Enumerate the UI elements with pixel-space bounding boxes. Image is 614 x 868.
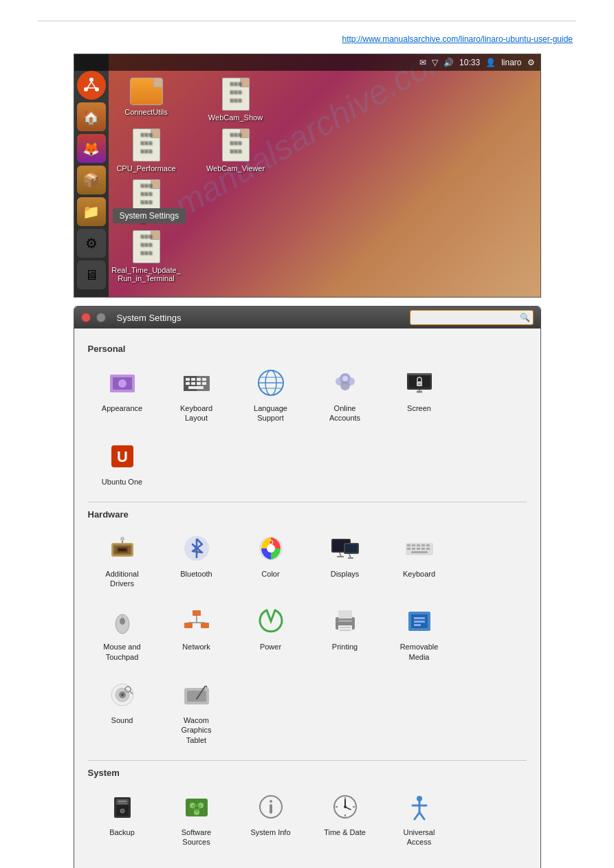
- settings-item-keyboard-layout[interactable]: KeyboardLayout: [162, 361, 231, 429]
- settings-item-displays[interactable]: Displays: [311, 526, 380, 594]
- username-display: linaro: [501, 58, 521, 67]
- settings-item-appearance[interactable]: Appearance: [88, 361, 157, 429]
- section-divider-system: [88, 760, 527, 761]
- settings-item-ubuntu-one[interactable]: U Ubuntu One: [88, 434, 157, 492]
- file-icon: ≡≡≡≡≡≡≡≡≡: [133, 230, 160, 263]
- manual-link[interactable]: http://www.manualsarchive.com/linaro/lin…: [342, 34, 573, 44]
- settings-item-software-sources[interactable]: SoftwareSources: [162, 785, 231, 853]
- svg-rect-66: [421, 548, 425, 550]
- minimize-button[interactable]: [96, 313, 106, 322]
- svg-point-43: [120, 537, 124, 541]
- settings-item-sound[interactable]: Sound: [88, 673, 157, 750]
- clock-display: 10:33: [459, 58, 480, 67]
- file-icon: ≡≡≡≡≡≡≡≡≡: [222, 129, 250, 162]
- settings-window: System Settings 🔍 Personal: [74, 306, 541, 868]
- settings-item-keyboard[interactable]: Keyboard: [385, 526, 454, 594]
- user-icon: 👤: [485, 58, 496, 67]
- svg-rect-16: [197, 382, 201, 385]
- keyboard-layout-icon: [180, 366, 213, 399]
- settings-item-universal-access[interactable]: UniversalAccess: [385, 785, 454, 853]
- settings-item-online-accounts[interactable]: OnlineAccounts: [311, 361, 380, 429]
- settings-item-network[interactable]: Network: [162, 599, 231, 667]
- svg-rect-64: [412, 548, 415, 550]
- file-icon: ≡≡≡≡≡≡≡≡≡: [133, 129, 160, 162]
- settings-item-language-support[interactable]: LanguageSupport: [237, 361, 305, 429]
- color-icon: [254, 532, 287, 565]
- svg-rect-82: [340, 627, 351, 628]
- close-button[interactable]: [81, 313, 91, 322]
- ubuntu-logo-icon[interactable]: [77, 71, 106, 100]
- volume-icon: 🔊: [443, 58, 454, 67]
- system-info-label: System Info: [250, 827, 290, 837]
- svg-rect-54: [345, 544, 358, 553]
- desktop-row-4: ≡≡≡≡≡≡≡≡≡ Real_Time_Update_Run_in_Termin…: [119, 230, 263, 282]
- file-icon: ≡≡≡≡≡≡≡≡≡: [222, 78, 250, 111]
- settings-item-wacom[interactable]: WacomGraphicsTablet: [162, 673, 231, 750]
- settings-item-backup[interactable]: Backup: [88, 785, 157, 853]
- svg-rect-31: [407, 373, 432, 375]
- language-support-label: LanguageSupport: [254, 403, 287, 423]
- section-label-hardware: Hardware: [88, 509, 527, 520]
- settings-item-removable-media[interactable]: RemovableMedia: [385, 599, 454, 667]
- svg-line-128: [419, 812, 424, 819]
- desktop-icon-webcamviewer[interactable]: ≡≡≡≡≡≡≡≡≡ WebCam_Viewer: [208, 129, 263, 173]
- settings-item-color[interactable]: Color: [237, 526, 305, 594]
- settings-item-system-info[interactable]: System Info: [237, 785, 305, 853]
- desktop-sidebar: 🏠 🦊 📦 📁 ⚙ System Settings 🖥: [74, 54, 109, 297]
- svg-rect-96: [187, 691, 206, 702]
- personal-grid: Appearance: [88, 361, 527, 492]
- search-input[interactable]: [410, 310, 534, 325]
- svg-text:U: U: [117, 448, 128, 465]
- settings-item-time-date[interactable]: Time & Date: [311, 785, 380, 853]
- sidebar-firefox-icon[interactable]: 🦊: [77, 134, 106, 163]
- software-sources-icon: [180, 790, 213, 823]
- settings-item-bluetooth[interactable]: Bluetooth: [162, 526, 231, 594]
- universal-access-label: UniversalAccess: [404, 827, 435, 847]
- desktop-icon-webcamshow[interactable]: ≡≡≡≡≡≡≡≡≡ WebCam_Show: [208, 78, 263, 122]
- svg-rect-65: [417, 548, 420, 550]
- keyboard-icon: [403, 532, 436, 565]
- removable-media-label: RemovableMedia: [400, 642, 439, 662]
- system-info-icon: [254, 790, 287, 823]
- removable-media-icon: [403, 605, 436, 638]
- desktop-icon-cpuperformace[interactable]: ≡≡≡≡≡≡≡≡≡ CPU_Performace: [119, 129, 174, 173]
- universal-access-icon: [403, 790, 436, 823]
- settings-titlebar: System Settings 🔍: [74, 307, 540, 329]
- svg-rect-88: [414, 624, 421, 626]
- sidebar-terminal-icon[interactable]: 🖥: [77, 260, 106, 289]
- additional-drivers-icon: [106, 532, 139, 565]
- svg-rect-74: [201, 623, 209, 628]
- svg-rect-63: [407, 548, 410, 550]
- settings-item-screen[interactable]: Screen: [385, 361, 454, 429]
- desktop-icon-connectutils[interactable]: ConnectUtils: [119, 78, 174, 122]
- svg-point-6: [118, 379, 127, 388]
- ubuntu-one-label: Ubuntu One: [102, 477, 142, 487]
- desktop-icon-realtime[interactable]: ≡≡≡≡≡≡≡≡≡ Real_Time_Update_Run_in_Termin…: [119, 230, 174, 282]
- settings-item-user-accounts[interactable]: UserAccounts: [88, 858, 157, 868]
- svg-rect-60: [417, 544, 420, 546]
- sidebar-files-icon[interactable]: 📁: [77, 197, 106, 226]
- desktop-row-2: ≡≡≡≡≡≡≡≡≡ CPU_Performace ≡≡≡≡≡≡≡≡≡ WebCa…: [119, 129, 263, 173]
- svg-rect-87: [414, 621, 425, 623]
- svg-rect-81: [338, 625, 352, 632]
- svg-rect-83: [340, 630, 351, 631]
- backup-label: Backup: [109, 827, 135, 837]
- top-divider: [38, 21, 576, 21]
- settings-item-additional-drivers[interactable]: AdditionalDrivers: [88, 526, 157, 594]
- settings-tooltip: System Settings: [113, 208, 186, 223]
- svg-rect-72: [193, 610, 201, 616]
- svg-rect-33: [418, 383, 421, 385]
- settings-item-power[interactable]: Power: [237, 599, 305, 667]
- svg-point-119: [344, 805, 347, 808]
- settings-item-printing[interactable]: Printing: [311, 599, 380, 667]
- svg-point-48: [269, 540, 273, 544]
- screen-icon: [403, 366, 436, 399]
- sidebar-home-icon[interactable]: 🏠: [77, 102, 106, 131]
- sidebar-settings-icon[interactable]: ⚙ System Settings: [77, 229, 106, 258]
- svg-rect-68: [411, 551, 428, 553]
- svg-rect-11: [191, 378, 195, 381]
- backup-icon: [106, 790, 139, 823]
- svg-rect-17: [202, 382, 206, 385]
- sidebar-apps-icon[interactable]: 📦: [77, 166, 106, 194]
- settings-item-mouse-touchpad[interactable]: Mouse andTouchpad: [88, 599, 157, 667]
